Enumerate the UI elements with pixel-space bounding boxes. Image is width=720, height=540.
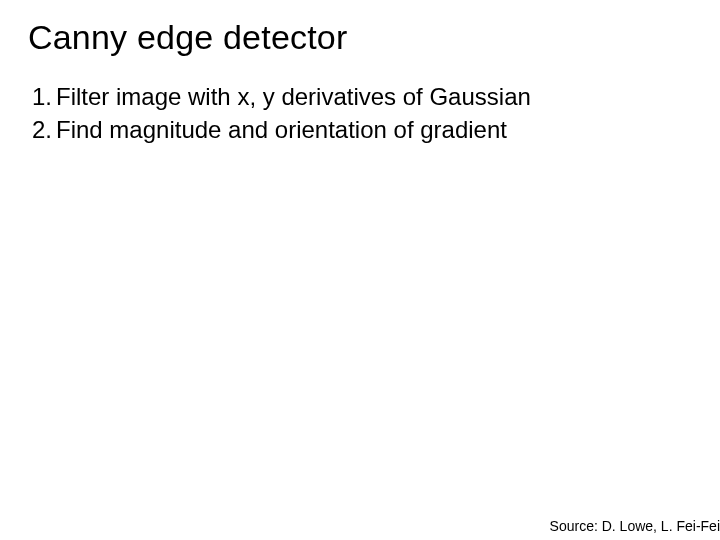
source-attribution: Source: D. Lowe, L. Fei-Fei [550,518,720,534]
list-item: Find magnitude and orientation of gradie… [56,114,692,145]
steps-list: Filter image with x, y derivatives of Ga… [28,81,692,145]
list-item: Filter image with x, y derivatives of Ga… [56,81,692,112]
slide-title: Canny edge detector [28,18,692,57]
slide: Canny edge detector Filter image with x,… [0,0,720,540]
